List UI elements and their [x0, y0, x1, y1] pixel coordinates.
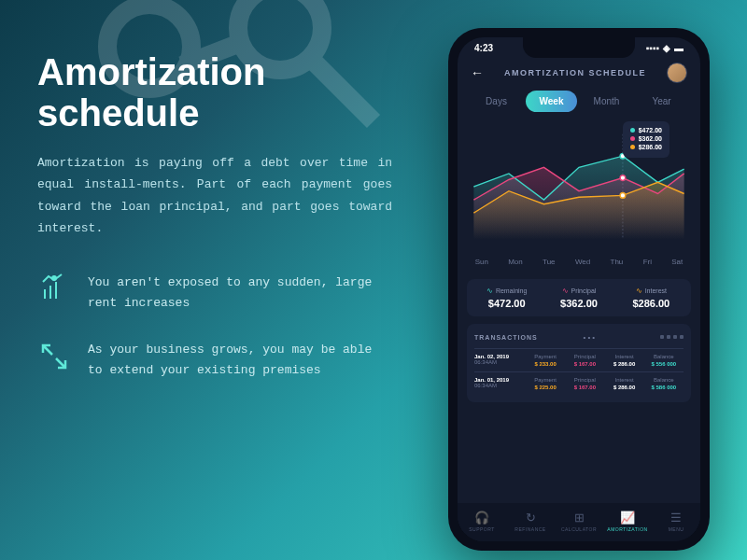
- page-title: Amortization schedule: [37, 51, 392, 133]
- feature-item: You aren't exposed to any sudden, large …: [37, 273, 392, 314]
- screen-title: AMORTIZATION SCHEDULE: [504, 68, 646, 77]
- more-icon[interactable]: •••: [584, 333, 597, 342]
- feature-item: As your business grows, you may be able …: [37, 340, 392, 381]
- transactions-title: TRANSACTIONS: [474, 334, 538, 341]
- phone-screen: 4:23 ▪▪▪▪ ◈ ▬ ← AMORTIZATION SCHEDULE Da…: [458, 37, 700, 541]
- stat-remaining: ∿Remaining $472.00: [471, 287, 543, 309]
- back-button[interactable]: ←: [471, 65, 484, 80]
- bottom-nav: 🎧SUPPORT ↻REFINANCE ⊞CALCULATOR 📈AMORTIZ…: [458, 503, 700, 541]
- nav-menu[interactable]: ☰MENU: [652, 511, 700, 532]
- wifi-icon: ◈: [663, 43, 670, 53]
- growth-icon: [37, 273, 71, 306]
- nav-support[interactable]: 🎧SUPPORT: [458, 511, 506, 532]
- pulse-icon: ∿: [636, 287, 642, 295]
- grid-view-icon[interactable]: [642, 331, 684, 343]
- chart-xaxis: SunMonTueWedThuFriSat: [458, 252, 700, 272]
- transaction-row[interactable]: Jan. 02, 201906:34AM Payment$ 233.00 Pri…: [474, 348, 684, 371]
- stats-panel: ∿Remaining $472.00 ∿Principal $362.00 ∿I…: [467, 279, 691, 316]
- signal-icon: ▪▪▪▪: [646, 43, 659, 53]
- chart-tooltip: $472.00 $362.00 $286.00: [623, 121, 669, 158]
- transaction-row[interactable]: Jan. 01, 201906:34AM Payment$ 225.00 Pri…: [474, 371, 684, 395]
- pulse-icon: ∿: [486, 287, 493, 295]
- refresh-icon: ↻: [506, 511, 555, 525]
- page-description: Amortization is paying off a debt over t…: [37, 152, 392, 240]
- tab-year[interactable]: Year: [636, 91, 687, 112]
- feature-text: You aren't exposed to any sudden, large …: [88, 273, 392, 314]
- user-avatar[interactable]: [667, 63, 687, 83]
- status-time: 4:23: [474, 43, 493, 53]
- expand-icon: [37, 340, 71, 373]
- tab-week[interactable]: Week: [526, 91, 577, 112]
- svg-point-8: [620, 193, 626, 199]
- battery-icon: ▬: [674, 43, 684, 53]
- dot-icon: [630, 128, 635, 133]
- phone-notch: [523, 37, 635, 58]
- feature-text: As your business grows, you may be able …: [88, 340, 392, 381]
- transactions-panel: TRANSACTIONS ••• Jan. 02, 201906:34AM Pa…: [467, 324, 691, 402]
- nav-amortization[interactable]: 📈AMORTIZATION: [603, 511, 652, 532]
- calculator-icon: ⊞: [555, 511, 603, 525]
- chart-icon: 📈: [603, 511, 652, 525]
- tab-days[interactable]: Days: [471, 91, 522, 112]
- stat-interest: ∿Interest $286.00: [615, 287, 687, 309]
- pulse-icon: ∿: [562, 287, 569, 295]
- nav-calculator[interactable]: ⊞CALCULATOR: [555, 511, 603, 532]
- line-chart[interactable]: $472.00 $362.00 $286.00: [465, 121, 693, 252]
- svg-point-7: [620, 175, 626, 181]
- headset-icon: 🎧: [458, 511, 506, 525]
- menu-icon: ☰: [652, 511, 700, 525]
- stat-principal: ∿Principal $362.00: [543, 287, 614, 309]
- nav-refinance[interactable]: ↻REFINANCE: [506, 511, 555, 532]
- dot-icon: [630, 145, 635, 149]
- dot-icon: [630, 136, 635, 141]
- phone-mockup: 4:23 ▪▪▪▪ ◈ ▬ ← AMORTIZATION SCHEDULE Da…: [448, 28, 710, 551]
- tab-month[interactable]: Month: [581, 91, 632, 112]
- svg-point-4: [52, 276, 56, 280]
